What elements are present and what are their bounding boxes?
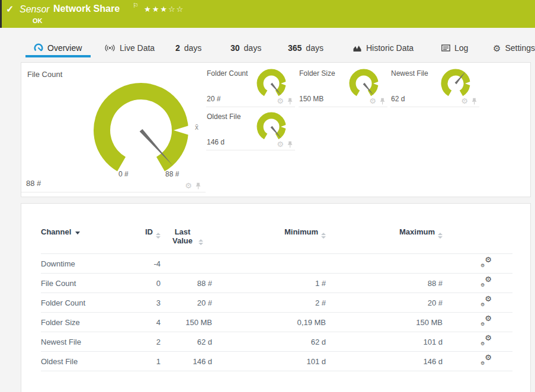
header-maximum[interactable]: Maximum xyxy=(326,226,443,254)
edit-channel-icon[interactable]: ⚙⚙ xyxy=(480,258,492,268)
header-minimum[interactable]: Minimum xyxy=(212,226,326,254)
channel-name: File Count xyxy=(41,274,130,293)
table-row: Folder Size 4 150 MB 0,19 MB 150 MB ⚙⚙ xyxy=(41,313,512,332)
sort-icon xyxy=(156,233,161,239)
sensor-name: Network Share xyxy=(53,4,120,14)
edit-channel-icon[interactable]: ⚙⚙ xyxy=(480,356,492,365)
sort-icon xyxy=(438,233,443,239)
area-chart-icon xyxy=(353,44,362,52)
edit-channel-icon[interactable]: ⚙⚙ xyxy=(480,297,492,307)
gauge-title: File Count xyxy=(27,70,62,79)
edit-channel-icon[interactable]: ⚙⚙ xyxy=(480,317,492,326)
pin-icon[interactable] xyxy=(287,98,293,105)
channel-name: Folder Size xyxy=(41,313,130,332)
gauge-cell-folder-count[interactable]: Folder Count 20 # ⚙ xyxy=(206,68,295,107)
mean-marker-label: x̄ xyxy=(195,123,198,131)
edit-channel-icon[interactable]: ⚙⚙ xyxy=(480,336,492,346)
edit-channel-icon[interactable]: ⚙⚙ xyxy=(480,278,492,287)
sort-icon xyxy=(198,239,203,245)
gear-icon: ⚙ xyxy=(493,44,501,53)
tab-historic-data[interactable]: Historic Data xyxy=(353,43,414,53)
channels-table: Channel ID Last Value Minimum Maximum xyxy=(41,226,512,371)
file-count-gauge xyxy=(82,71,200,176)
sort-icon xyxy=(321,233,326,239)
channel-gear-icon[interactable]: ⚙ xyxy=(277,140,284,148)
tab-2-days[interactable]: 2 days xyxy=(175,43,201,53)
channel-name: Downtime xyxy=(41,254,130,274)
channels-table-panel: Channel ID Last Value Minimum Maximum xyxy=(21,203,531,392)
newest-file-gauge xyxy=(439,66,473,101)
header-actions xyxy=(443,226,512,254)
broadcast-icon xyxy=(104,44,116,52)
gauge-scale-max: 88 # xyxy=(165,170,179,178)
header-last-value[interactable]: Last Value xyxy=(161,226,212,254)
active-tab-underline xyxy=(25,55,91,57)
tab-settings[interactable]: ⚙ Settings xyxy=(493,43,535,53)
tab-live-data[interactable]: Live Data xyxy=(104,43,155,53)
gauge-current-value: 88 # xyxy=(26,179,41,188)
gauge-icon xyxy=(34,43,43,53)
channel-name: Newest File xyxy=(41,332,130,352)
header-id[interactable]: ID xyxy=(130,226,161,254)
object-kind-label: Sensor xyxy=(20,4,50,15)
priority-stars[interactable]: ★★★☆☆ xyxy=(144,5,184,14)
log-list-icon xyxy=(441,44,450,52)
pin-icon[interactable] xyxy=(196,182,201,189)
channel-name: Folder Count xyxy=(41,293,130,313)
pin-icon[interactable] xyxy=(472,98,477,105)
folder-count-gauge xyxy=(255,66,289,101)
gauge-cell-oldest-file[interactable]: Oldest File 146 d ⚙ xyxy=(206,111,295,150)
window-edge xyxy=(0,0,2,28)
folder-size-gauge xyxy=(347,66,382,101)
channel-gear-icon[interactable]: ⚙ xyxy=(369,97,376,105)
channel-name: Oldest File xyxy=(41,352,130,371)
tab-log[interactable]: Log xyxy=(441,43,468,53)
channel-gear-icon[interactable]: ⚙ xyxy=(277,97,284,105)
table-row: Oldest File 1 146 d 101 d 146 d ⚙⚙ xyxy=(41,352,512,371)
table-row: File Count 0 88 # 1 # 88 # ⚙⚙ xyxy=(41,274,512,293)
tab-overview[interactable]: Overview xyxy=(34,43,82,53)
priority-flag-icon[interactable]: ⚐ xyxy=(133,2,139,9)
pin-icon[interactable] xyxy=(287,141,293,148)
gauge-cell-folder-size[interactable]: Folder Size 150 MB ⚙ xyxy=(299,68,387,107)
table-row: Downtime -4 ⚙⚙ xyxy=(41,254,512,274)
header-channel[interactable]: Channel xyxy=(41,226,130,254)
tab-365-days[interactable]: 365 days xyxy=(288,43,323,53)
sensor-status-bar: ✓ Sensor Network Share ⚐ ★★★☆☆ OK xyxy=(0,0,535,28)
gauges-panel: File Count x̄ 0 # 88 # 88 # ⚙ Folder Cou… xyxy=(21,62,531,197)
sorted-desc-icon xyxy=(75,232,80,234)
table-row: Folder Count 3 20 # 2 # 20 # ⚙⚙ xyxy=(41,293,512,313)
pin-icon[interactable] xyxy=(380,98,385,105)
gauge-cell-file-count[interactable]: File Count x̄ 0 # 88 # 88 # ⚙ xyxy=(21,63,206,192)
gauge-cell-newest-file[interactable]: Newest File 62 d ⚙ xyxy=(390,68,479,107)
status-badge: OK xyxy=(33,17,43,24)
table-row: Newest File 2 62 d 62 d 101 d ⚙⚙ xyxy=(41,332,512,352)
oldest-file-gauge xyxy=(255,110,289,144)
gauge-scale-min: 0 # xyxy=(118,170,129,178)
tab-30-days[interactable]: 30 days xyxy=(230,43,261,53)
ok-check-icon: ✓ xyxy=(6,4,14,15)
table-header-row: Channel ID Last Value Minimum Maximum xyxy=(41,226,512,254)
channel-gear-icon[interactable]: ⚙ xyxy=(185,182,192,189)
channel-gear-icon[interactable]: ⚙ xyxy=(461,97,468,105)
